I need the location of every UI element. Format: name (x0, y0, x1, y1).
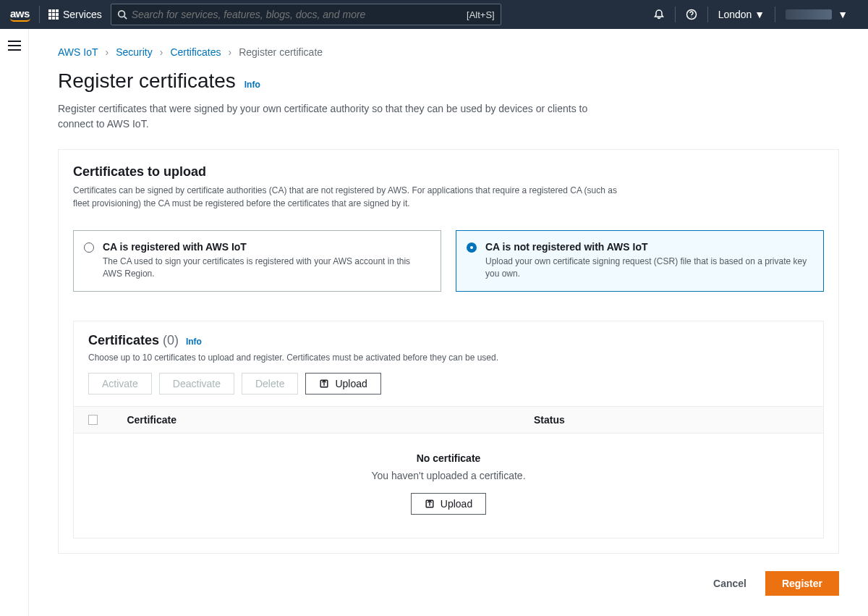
select-all-checkbox[interactable] (88, 415, 98, 425)
account-chip (786, 9, 832, 20)
search-icon (117, 9, 127, 20)
empty-state-msg: You haven't uploaded a certificate. (74, 470, 823, 481)
radio-ca-registered-desc: The CA used to sign your certificates is… (103, 256, 430, 281)
certs-title: Certificates (88, 333, 159, 347)
upload-button-empty[interactable]: Upload (411, 493, 486, 515)
upload-section-title: Certificates to upload (73, 164, 824, 180)
radio-icon (84, 242, 94, 253)
open-sidebar-button[interactable] (8, 41, 21, 51)
chevron-right-icon: › (228, 46, 231, 58)
upload-icon (319, 379, 329, 389)
page-title: Register certificates (58, 69, 236, 93)
breadcrumb-security[interactable]: Security (116, 46, 153, 58)
chevron-right-icon: › (160, 46, 163, 58)
topnav-right: London ▼ ▼ (643, 0, 858, 29)
aws-top-nav: aws Services [Alt+S] London ▼ ▼ (0, 0, 868, 29)
help-button[interactable] (676, 0, 707, 29)
radio-icon (467, 242, 477, 253)
services-button[interactable]: Services (48, 9, 102, 20)
notifications-button[interactable] (643, 0, 675, 29)
radio-ca-registered[interactable]: CA is registered with AWS IoT The CA use… (73, 230, 441, 292)
breadcrumb-certificates[interactable]: Certificates (170, 46, 221, 58)
table-header: Certificate Status (74, 406, 823, 434)
svg-line-1 (124, 17, 127, 20)
certs-subtext: Choose up to 10 certificates to upload a… (88, 353, 809, 363)
form-footer: Cancel Register (29, 554, 868, 596)
register-button[interactable]: Register (765, 571, 839, 596)
info-link[interactable]: Info (244, 80, 260, 90)
svg-point-0 (118, 11, 124, 17)
bell-icon (653, 9, 665, 20)
global-search[interactable]: [Alt+S] (111, 4, 501, 25)
activate-button[interactable]: Activate (88, 373, 152, 395)
search-input[interactable] (132, 9, 467, 20)
column-header-status[interactable]: Status (534, 414, 809, 426)
upload-button[interactable]: Upload (305, 373, 380, 395)
certs-info-link[interactable]: Info (186, 337, 202, 347)
delete-button[interactable]: Delete (242, 373, 298, 395)
help-icon (686, 9, 697, 20)
radio-ca-not-registered-desc: Upload your own certificate signing requ… (485, 256, 813, 281)
search-shortcut: [Alt+S] (467, 9, 495, 20)
empty-state-title: No certificate (74, 452, 823, 464)
certs-count: (0) (163, 333, 179, 347)
radio-ca-registered-title: CA is registered with AWS IoT (103, 241, 430, 253)
region-selector[interactable]: London ▼ (708, 0, 775, 29)
empty-state: No certificate You haven't uploaded a ce… (74, 434, 823, 538)
services-label: Services (63, 9, 102, 20)
column-header-certificate[interactable]: Certificate (127, 414, 505, 426)
breadcrumb: AWS IoT › Security › Certificates › Regi… (29, 29, 868, 58)
upload-button-label: Upload (335, 378, 367, 389)
cancel-button[interactable]: Cancel (703, 571, 757, 596)
aws-logo[interactable]: aws (10, 7, 30, 22)
account-menu[interactable]: ▼ (775, 0, 858, 29)
grid-icon (48, 9, 59, 20)
breadcrumb-current: Register certificate (239, 46, 323, 58)
side-rail (0, 29, 29, 616)
upload-section-description: Certificates can be signed by certificat… (73, 184, 623, 210)
breadcrumb-aws-iot[interactable]: AWS IoT (58, 46, 98, 58)
upload-button-empty-label: Upload (441, 498, 472, 510)
page-subtitle: Register certificates that were signed b… (58, 101, 608, 132)
region-label: London (718, 9, 752, 20)
nav-divider (39, 6, 40, 23)
upload-icon (425, 499, 435, 509)
svg-point-3 (691, 17, 692, 17)
radio-ca-not-registered-title: CA is not registered with AWS IoT (485, 241, 813, 253)
radio-ca-not-registered[interactable]: CA is not registered with AWS IoT Upload… (456, 230, 824, 292)
deactivate-button[interactable]: Deactivate (159, 373, 234, 395)
chevron-right-icon: › (106, 46, 109, 58)
